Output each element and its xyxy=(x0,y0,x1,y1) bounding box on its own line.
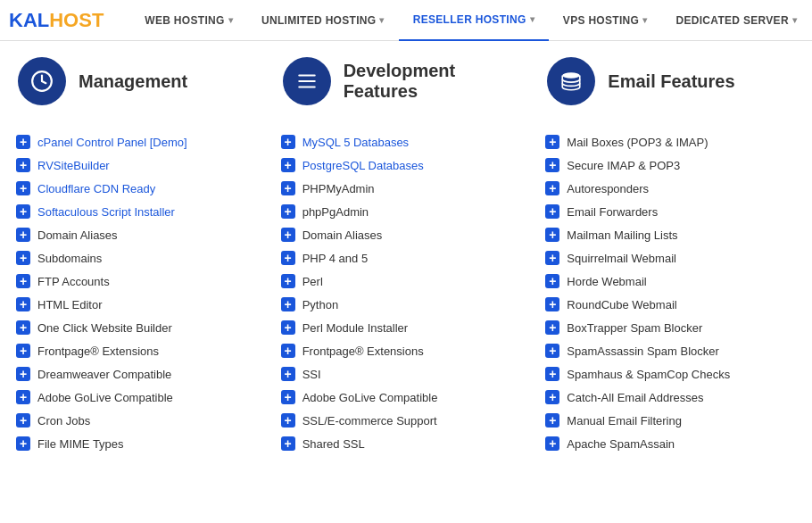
list-item: +Perl xyxy=(281,270,532,293)
plus-icon: + xyxy=(281,390,295,404)
list-item: +Domain Aliases xyxy=(16,223,267,246)
feature-label: Adobe GoLive Compatible xyxy=(37,391,173,404)
logo[interactable]: KALHOST xyxy=(9,9,104,32)
plus-icon: + xyxy=(545,135,559,149)
plus-icon: + xyxy=(545,251,559,265)
list-item: +Domain Aliases xyxy=(281,223,532,246)
list-item: +Frontpage® Extensions xyxy=(281,339,532,362)
nav-menu: WEB HOSTINGUNLIMITED HOSTINGRESELLER HOS… xyxy=(130,0,811,41)
list-item: +Frontpage® Extensions xyxy=(16,339,267,362)
list-item: +File MIME Types xyxy=(16,432,267,455)
feature-link[interactable]: PostgreSQL Databases xyxy=(302,159,424,172)
plus-icon: + xyxy=(545,297,559,311)
list-item: +cPanel Control Panel [Demo] xyxy=(16,130,267,154)
feature-label[interactable]: MySQL 5 Databases xyxy=(302,136,409,149)
plus-icon: + xyxy=(281,251,295,265)
feature-label[interactable]: RVSiteBuilder xyxy=(37,159,110,172)
feature-label: FTP Accounts xyxy=(37,275,110,288)
list-item: +PHP 4 and 5 xyxy=(281,246,532,270)
plus-icon: + xyxy=(16,436,30,451)
nav-item-dedicated-server[interactable]: DEDICATED SERVER xyxy=(661,0,811,41)
list-item: +Adobe GoLive Compatible xyxy=(16,386,267,409)
plus-icon: + xyxy=(281,158,295,172)
section-headers: Management Development Features Email Fe… xyxy=(9,41,803,121)
plus-icon: + xyxy=(545,204,559,219)
nav-item-vps-hosting[interactable]: VPS HOSTING xyxy=(549,0,662,41)
list-item: +SSI xyxy=(281,362,532,386)
nav-item-web-hosting[interactable]: WEB HOSTING xyxy=(130,0,247,41)
feature-label: Mailman Mailing Lists xyxy=(567,228,677,242)
feature-label[interactable]: Cloudflare CDN Ready xyxy=(37,182,155,195)
feature-link[interactable]: Cloudflare CDN Ready xyxy=(37,182,155,195)
plus-icon: + xyxy=(281,297,295,311)
plus-icon: + xyxy=(545,228,559,242)
feature-label: Subdomains xyxy=(37,252,102,265)
plus-icon: + xyxy=(545,320,559,335)
feature-link[interactable]: RVSiteBuilder xyxy=(37,159,110,172)
list-item: +FTP Accounts xyxy=(16,270,267,293)
feature-label: Python xyxy=(302,298,338,311)
feature-label: Cron Jobs xyxy=(37,414,90,428)
plus-icon: + xyxy=(281,228,295,242)
section-header-email: Email Features xyxy=(538,41,803,121)
feature-label: PHPMyAdmin xyxy=(302,182,375,195)
feature-label[interactable]: cPanel Control Panel [Demo] xyxy=(37,136,187,149)
list-item: +RVSiteBuilder xyxy=(16,154,267,177)
feature-label: Email Forwarders xyxy=(567,205,658,219)
list-item: +MySQL 5 Databases xyxy=(281,130,532,154)
nav-item-unlimited-hosting[interactable]: UNLIMITED HOSTING xyxy=(247,0,399,41)
feature-link[interactable]: cPanel Control Panel [Demo] xyxy=(37,136,187,149)
feature-label: Frontpage® Extensions xyxy=(302,345,424,358)
nav-item-reseller-hosting[interactable]: RESELLER HOSTING xyxy=(399,0,549,41)
feature-label: Frontpage® Extensions xyxy=(37,345,159,358)
feature-label: RoundCube Webmail xyxy=(567,298,676,311)
list-item: +Mailman Mailing Lists xyxy=(545,223,796,246)
main-content: Management Development Features Email Fe… xyxy=(0,41,812,473)
section-header-management: Management xyxy=(9,41,274,121)
navbar: KALHOST WEB HOSTINGUNLIMITED HOSTINGRESE… xyxy=(0,0,812,41)
section-title-management: Management xyxy=(79,71,187,92)
plus-icon: + xyxy=(281,344,295,358)
list-item: +Email Forwarders xyxy=(545,200,796,223)
list-item: +Adobe GoLive Compatible xyxy=(281,386,532,409)
feature-label: Horde Webmail xyxy=(567,275,646,288)
plus-icon: + xyxy=(281,181,295,195)
plus-icon: + xyxy=(281,320,295,335)
feature-label: Mail Boxes (POP3 & IMAP) xyxy=(567,136,708,149)
section-title-development: Development Features xyxy=(344,61,530,102)
plus-icon: + xyxy=(545,274,559,288)
logo-kal: KAL xyxy=(9,9,49,31)
feature-label: SpamAssassin Spam Blocker xyxy=(567,345,719,358)
section-header-development: Development Features xyxy=(274,41,539,121)
list-item: +Apache SpamAssain xyxy=(545,432,796,455)
plus-icon: + xyxy=(16,274,30,288)
feature-label: Perl Module Installer xyxy=(302,321,409,335)
list-item: +Spamhaus & SpamCop Checks xyxy=(545,362,796,386)
svg-rect-3 xyxy=(298,74,316,76)
feature-label: Autoresponders xyxy=(567,182,649,195)
plus-icon: + xyxy=(16,251,30,265)
plus-icon: + xyxy=(545,436,559,451)
feature-label[interactable]: Softaculous Script Installer xyxy=(37,205,175,219)
list-item: +Python xyxy=(281,293,532,316)
plus-icon: + xyxy=(16,135,30,149)
list-item: +Manual Email Filtering xyxy=(545,409,796,432)
list-item: +Mail Boxes (POP3 & IMAP) xyxy=(545,130,796,154)
feature-label[interactable]: PostgreSQL Databases xyxy=(302,159,424,172)
list-item: +Secure IMAP & POP3 xyxy=(545,154,796,177)
database-icon xyxy=(547,57,595,105)
feature-label: Squirrelmail Webmail xyxy=(567,252,676,265)
feature-label: BoxTrapper Spam Blocker xyxy=(567,321,702,335)
feature-label: Manual Email Filtering xyxy=(567,414,682,428)
feature-link[interactable]: MySQL 5 Databases xyxy=(302,136,409,149)
svg-point-6 xyxy=(563,72,581,79)
feature-label: Domain Aliases xyxy=(302,228,383,242)
feature-label: SSI xyxy=(302,368,321,381)
plus-icon: + xyxy=(281,274,295,288)
list-item: +Subdomains xyxy=(16,246,267,270)
plus-icon: + xyxy=(281,436,295,451)
plus-icon: + xyxy=(545,390,559,404)
plus-icon: + xyxy=(16,367,30,381)
feature-link[interactable]: Softaculous Script Installer xyxy=(37,205,175,219)
plus-icon: + xyxy=(281,413,295,428)
